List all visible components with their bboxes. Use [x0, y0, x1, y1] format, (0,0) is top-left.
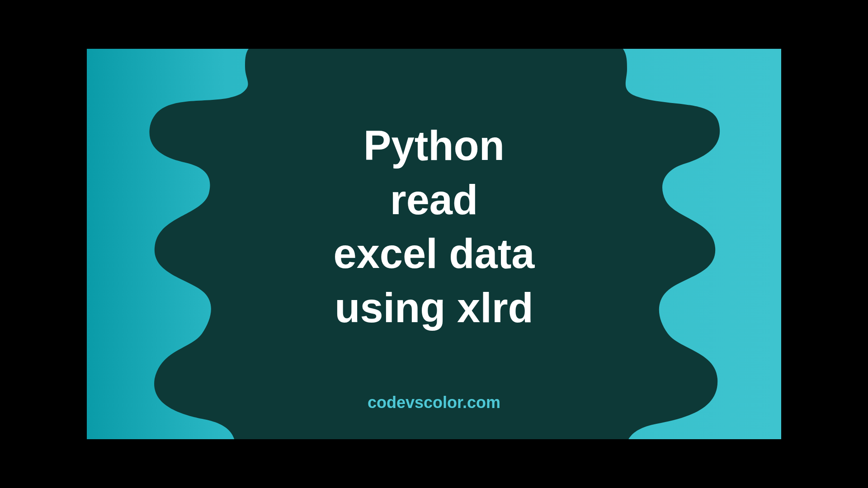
title-line-1: Python [87, 119, 781, 173]
title-line-4: using xlrd [87, 281, 781, 335]
banner-graphic: Python read excel data using xlrd codevs… [87, 49, 781, 439]
title-line-2: read [87, 173, 781, 227]
banner-title: Python read excel data using xlrd [87, 119, 781, 335]
title-line-3: excel data [87, 227, 781, 281]
attribution-text: codevscolor.com [87, 393, 781, 412]
